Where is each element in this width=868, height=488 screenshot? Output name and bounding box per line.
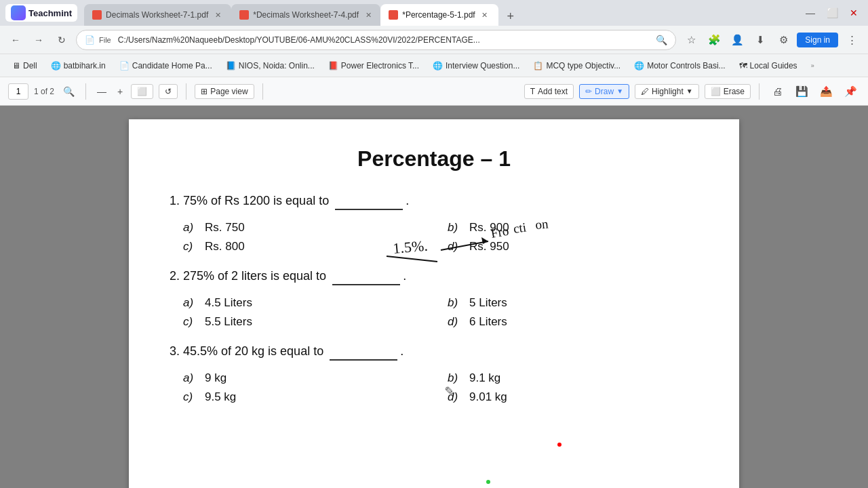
tab-percentage[interactable]: *Percentage-5-1.pdf ✕ <box>380 4 498 26</box>
print-icon[interactable]: 🖨 <box>768 82 787 101</box>
bookmark-local-guides[interactable]: 🗺 Local Guides <box>734 59 803 73</box>
erase-button[interactable]: ⬜ Erase <box>705 84 751 99</box>
option-1c-value: Rs. 800 <box>205 240 245 253</box>
logo-icon <box>11 5 26 20</box>
zoom-in-button[interactable]: + <box>115 85 125 98</box>
question-2-options: a) 4.5 Liters b) 5 Liters c) 5.5 Liters … <box>170 296 698 329</box>
new-tab-button[interactable]: + <box>501 7 520 26</box>
draw-button[interactable]: ✏ Draw ▼ <box>579 84 629 99</box>
tab-close-1[interactable]: ✕ <box>212 9 223 20</box>
option-3d-label: d) <box>448 390 461 404</box>
bookmark-power[interactable]: 📕 Power Electronics T... <box>323 59 425 73</box>
svg-line-6 <box>387 256 437 262</box>
draw-chevron-icon: ▼ <box>616 87 623 95</box>
bookmarks-more[interactable]: » <box>806 60 820 71</box>
file-icon: 📄 <box>85 35 95 45</box>
option-2c-label: c) <box>183 315 197 329</box>
minimize-button[interactable]: — <box>802 4 819 22</box>
tab-icon-2 <box>239 10 249 20</box>
reload-button[interactable]: ↻ <box>53 31 71 49</box>
option-3c: c) 9.5 kg <box>183 390 434 404</box>
page-view-button[interactable]: ⊞ Page view <box>195 84 254 99</box>
option-3a-value: 9 kg <box>205 371 245 385</box>
bookmark-batbihark[interactable]: 🌐 batbihark.in <box>45 59 111 73</box>
option-2a: a) 4.5 Liters <box>183 296 434 310</box>
title-bar: Teachmint Decimals Worksheet-7-1.pdf ✕ *… <box>0 0 868 26</box>
zoom-out-button[interactable]: — <box>94 85 109 98</box>
question-3-text: 3. 45.5% of 20 kg is equal to . <box>170 342 698 361</box>
option-3b-label: b) <box>448 371 461 385</box>
bookmark-interview[interactable]: 🌐 Interview Question... <box>427 59 525 73</box>
tab-decimals-2[interactable]: *Decimals Worksheet-7-4.pdf ✕ <box>231 4 380 26</box>
option-2b: b) 5 Liters <box>448 296 698 310</box>
candidate-icon: 📄 <box>119 61 130 70</box>
url-bar[interactable]: 📄 File C:/Users/Nazm%20Naqueeb/Desktop/Y… <box>76 30 676 50</box>
tabs-bar: Decimals Worksheet-7-1.pdf ✕ *Decimals W… <box>84 0 797 26</box>
bookmark-nios-label: NIOS, Noida: Onlin... <box>239 61 315 70</box>
close-button[interactable]: ✕ <box>845 4 863 22</box>
download-icon[interactable]: ⬇ <box>751 30 770 49</box>
tab-label-2: *Decimals Worksheet-7-4.pdf <box>253 10 359 20</box>
local-guides-icon: 🗺 <box>739 61 747 70</box>
draw-label: Draw <box>595 87 614 96</box>
toolbar-divider-3 <box>262 83 263 100</box>
nios-icon: 📘 <box>226 61 236 70</box>
highlight-chevron-icon: ▼ <box>686 87 693 95</box>
logo-text: Teachmint <box>28 8 72 18</box>
option-2d-value: 6 Liters <box>469 315 510 329</box>
maximize-button[interactable]: ⬜ <box>823 4 841 22</box>
profile-icon[interactable]: 👤 <box>728 30 747 49</box>
question-1-options: a) Rs. 750 b) Rs. 900 c) Rs. 800 d) Rs. … <box>170 221 698 253</box>
more-options-icon[interactable]: ⋮ <box>842 30 861 49</box>
batbihark-icon: 🌐 <box>51 61 61 70</box>
back-button[interactable]: ← <box>7 31 24 49</box>
add-text-label: Add text <box>538 87 568 96</box>
share-icon[interactable]: 📤 <box>816 82 835 101</box>
option-3c-value: 9.5 kg <box>205 390 245 404</box>
motor-icon: 🌐 <box>634 61 644 70</box>
tab-decimals-1[interactable]: Decimals Worksheet-7-1.pdf ✕ <box>84 4 231 26</box>
tab-icon-3 <box>389 10 398 20</box>
option-1d-label: d) <box>448 240 461 253</box>
add-text-button[interactable]: T Add text <box>524 84 574 99</box>
extension-icon[interactable]: 🧩 <box>705 30 724 49</box>
page-total: 1 of 2 <box>34 87 54 96</box>
fit-page-button[interactable]: ⬜ <box>131 84 153 99</box>
option-1b: b) Rs. 900 <box>448 221 698 235</box>
blank-3 <box>330 359 397 361</box>
tab-close-2[interactable]: ✕ <box>363 9 374 20</box>
mcq-icon: 📋 <box>533 61 543 70</box>
forward-button[interactable]: → <box>30 31 47 49</box>
bookmark-mcq-label: MCQ type Objectiv... <box>546 61 620 70</box>
highlight-button[interactable]: 🖊 Highlight ▼ <box>635 84 699 99</box>
toolbar-divider-1 <box>85 83 86 100</box>
highlight-icon: 🖊 <box>641 87 649 96</box>
pin-icon[interactable]: 📌 <box>841 82 860 101</box>
bookmark-motor[interactable]: 🌐 Motor Controls Basi... <box>629 59 730 73</box>
bookmark-dell[interactable]: 🖥 Dell <box>7 59 43 73</box>
dell-icon: 🖥 <box>12 61 20 70</box>
page-view-label: Page view <box>210 87 248 96</box>
bookmark-star-icon[interactable]: ☆ <box>682 30 701 49</box>
bookmark-mcq[interactable]: 📋 MCQ type Objectiv... <box>528 59 626 73</box>
url-label: File <box>99 36 111 44</box>
option-2c: c) 5.5 Liters <box>183 315 434 329</box>
save-icon[interactable]: 💾 <box>792 82 811 101</box>
bookmark-interview-label: Interview Question... <box>446 61 519 70</box>
bookmark-candidate[interactable]: 📄 Candidate Home Pa... <box>114 59 218 73</box>
settings-icon[interactable]: ⚙ <box>774 30 793 49</box>
tab-label-3: *Percentage-5-1.pdf <box>402 10 475 20</box>
pdf-title: Percentage – 1 <box>170 146 698 171</box>
toolbar-divider-2 <box>186 83 186 100</box>
toolbar-divider-4 <box>759 83 760 100</box>
rotate-button[interactable]: ↺ <box>159 84 178 99</box>
tab-close-3[interactable]: ✕ <box>479 9 490 20</box>
bookmarks-bar: 🖥 Dell 🌐 batbihark.in 📄 Candidate Home P… <box>0 54 868 77</box>
sign-in-button[interactable]: Sign in <box>797 33 838 47</box>
url-text: C:/Users/Nazm%20Naqueeb/Desktop/YOUTUBE/… <box>118 35 652 45</box>
search-pdf-icon[interactable]: 🔍 <box>60 83 77 100</box>
blank-1 <box>335 209 403 210</box>
bookmark-nios[interactable]: 📘 NIOS, Noida: Onlin... <box>220 59 320 73</box>
more-bookmarks-icon: » <box>811 62 814 69</box>
page-number-input[interactable] <box>8 83 28 100</box>
